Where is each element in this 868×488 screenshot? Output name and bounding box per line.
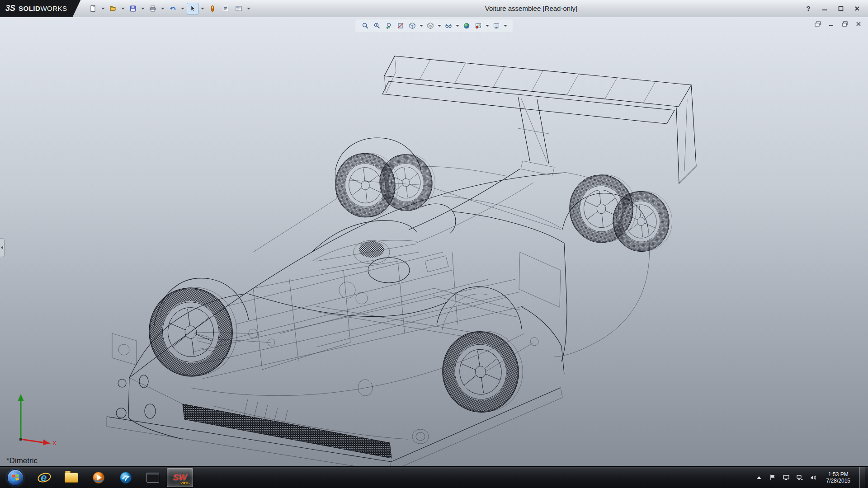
taskbar-item-console[interactable] (140, 468, 166, 487)
view-orientation-button[interactable] (407, 20, 418, 31)
dropdown-arrow[interactable] (504, 25, 507, 27)
dropdown-arrow[interactable] (201, 8, 204, 9)
dropdown-arrow[interactable] (420, 25, 423, 27)
view-settings-icon (493, 22, 500, 29)
cascade-windows-icon (815, 21, 821, 27)
close-document-button[interactable] (854, 20, 863, 28)
monitor-icon (783, 474, 790, 481)
taskbar-item-blue-app[interactable] (113, 468, 139, 487)
view-settings-button[interactable] (491, 20, 502, 31)
zoom-to-area-button[interactable] (372, 20, 382, 31)
display-style-icon (427, 22, 434, 29)
options-icon (235, 5, 243, 13)
minimize-document-button[interactable] (826, 20, 836, 28)
maximize-icon (838, 6, 844, 11)
undo-icon (169, 5, 177, 13)
cascade-windows-button[interactable] (813, 20, 823, 28)
brand-solid: SOLID (19, 5, 40, 12)
solidworks-app-icon: SW 2015 (172, 471, 188, 484)
taskbar-item-internet-explorer[interactable]: e (31, 468, 57, 487)
dropdown-arrow[interactable] (141, 8, 145, 9)
dropdown-arrow[interactable] (456, 25, 459, 27)
dropdown-arrow[interactable] (161, 8, 165, 9)
section-view-button[interactable] (395, 20, 406, 31)
engine-details (195, 256, 538, 372)
show-desktop-button[interactable] (859, 467, 865, 488)
previous-view-button[interactable] (383, 20, 394, 31)
svg-text:e: e (41, 471, 47, 483)
maximize-button[interactable] (836, 4, 845, 13)
dropdown-arrow[interactable] (438, 25, 441, 27)
internet-explorer-icon: e (37, 470, 52, 485)
action-center-button[interactable] (769, 474, 777, 481)
restore-document-button[interactable] (840, 20, 850, 28)
3s-logo-icon: 3S (5, 4, 15, 13)
heads-up-view-toolbar (355, 19, 513, 32)
network-icon (796, 474, 803, 481)
y-axis-arrow (18, 394, 24, 401)
edit-appearance-button[interactable] (461, 20, 472, 31)
save-button[interactable] (127, 3, 139, 14)
clock-date: 7/28/2015 (826, 478, 850, 484)
solidworks-year-badge: 2015 (180, 481, 189, 485)
minimize-icon (822, 6, 827, 11)
wheel-rear-right-inner (610, 188, 675, 254)
apply-scene-icon (475, 22, 482, 29)
collapsed-panel-tab[interactable] (0, 238, 5, 257)
taskbar: e (0, 466, 868, 488)
zoom-to-area-icon (373, 22, 381, 29)
view-orientation-label: *Dimetric (6, 456, 38, 465)
open-button[interactable] (107, 3, 119, 14)
wireframe-model (0, 17, 868, 466)
wheel-rear-right-outer (566, 171, 640, 245)
volume-button[interactable] (809, 474, 817, 481)
start-button[interactable] (0, 467, 31, 488)
brand-text: SOLIDWORKS (19, 5, 67, 12)
dropdown-arrow[interactable] (486, 25, 489, 27)
minimize-button[interactable] (820, 4, 829, 13)
close-button[interactable] (853, 4, 862, 13)
print-button[interactable] (147, 3, 159, 14)
zoom-to-fit-icon (362, 22, 369, 29)
flag-icon (769, 474, 776, 481)
folder-icon (65, 473, 78, 483)
window-title: Voiture assemblee [Read-only] (244, 0, 818, 17)
graphics-area[interactable]: X *Dimetric (0, 17, 868, 466)
dropdown-arrow[interactable] (121, 8, 125, 9)
solidworks-window: 3S SOLIDWORKS (0, 0, 868, 488)
dropdown-arrow[interactable] (101, 8, 105, 9)
network-button[interactable] (796, 474, 804, 481)
close-icon (854, 6, 860, 11)
file-properties-button[interactable] (220, 3, 231, 14)
taskbar-clock[interactable]: 1:53 PM 7/28/2015 (823, 471, 854, 484)
document-window-controls (813, 20, 863, 28)
taskbar-item-windows-explorer[interactable] (58, 468, 85, 487)
display-device-button[interactable] (782, 474, 790, 481)
close-document-icon (856, 21, 861, 27)
display-style-button[interactable] (425, 20, 436, 31)
windows-flag-icon (11, 474, 19, 481)
taskbar-item-media-player[interactable] (85, 468, 112, 487)
select-tool-button[interactable] (187, 3, 198, 14)
chevron-left-icon (1, 246, 3, 249)
rebuild-icon (208, 5, 217, 13)
edit-appearance-icon (463, 22, 470, 29)
standard-toolbar (81, 3, 251, 14)
show-hidden-icons-button[interactable] (755, 474, 763, 481)
new-document-button[interactable] (87, 3, 99, 14)
apply-scene-button[interactable] (473, 20, 484, 31)
undo-button[interactable] (167, 3, 179, 14)
titlebar: 3S SOLIDWORKS (0, 0, 868, 17)
options-button[interactable] (233, 3, 245, 14)
select-cursor-icon (189, 5, 197, 13)
minimize-document-icon (829, 21, 834, 27)
rebuild-button[interactable] (207, 3, 218, 14)
taskbar-item-solidworks[interactable]: SW 2015 (167, 468, 193, 487)
hide-show-items-icon (445, 22, 452, 29)
zoom-to-fit-button[interactable] (360, 20, 371, 31)
dropdown-arrow[interactable] (181, 8, 184, 9)
rear-right-fender (554, 193, 650, 357)
section-view-icon (397, 22, 404, 29)
hide-show-items-button[interactable] (443, 20, 454, 31)
chevron-up-icon (756, 475, 762, 480)
